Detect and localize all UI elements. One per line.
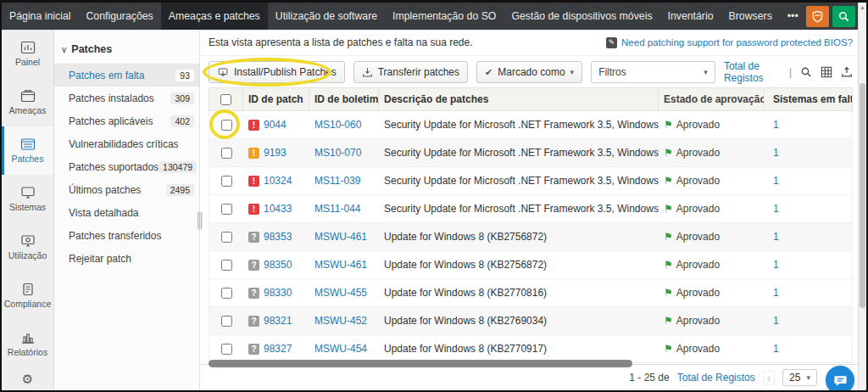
patch-id-link[interactable]: 98350 [264, 259, 292, 271]
patch-id-link[interactable]: 9193 [264, 147, 287, 159]
patch-id-link[interactable]: 98353 [264, 231, 292, 243]
column-chooser-icon[interactable] [821, 66, 832, 78]
header-bulletin-id[interactable]: ID de boletim [309, 88, 379, 110]
export-icon[interactable] [841, 66, 853, 78]
bulletin-id-link[interactable]: MS11-039 [314, 175, 360, 187]
row-checkbox[interactable] [221, 344, 232, 355]
bulletin-id-link[interactable]: MSWU-461 [314, 231, 367, 243]
nav-item[interactable]: ••• [780, 3, 806, 30]
row-checkbox[interactable] [221, 316, 232, 327]
marked-as-dropdown[interactable]: ✔ Marcado como ▾ [476, 61, 582, 83]
nav-item[interactable]: Ameaças e patches [161, 3, 268, 30]
row-checkbox[interactable] [221, 204, 232, 215]
submenu-item[interactable]: Patches suportados 130479 [54, 155, 199, 178]
shield-icon[interactable] [806, 6, 829, 27]
filters-dropdown[interactable]: Filtros ▾ [591, 61, 715, 83]
patch-id-link[interactable]: 10324 [264, 175, 292, 187]
missing-systems-cell: 1 [765, 231, 852, 243]
bulletin-id-link[interactable]: MSWU-452 [314, 315, 367, 327]
submenu-item[interactable]: Patches transferidos [54, 224, 199, 247]
table-row[interactable]: ? 98353 MSWU-461 Update for Windows 8 (K… [209, 223, 852, 251]
nav-item[interactable]: Configurações [78, 3, 160, 30]
horizontal-scrollbar[interactable] [209, 360, 632, 367]
install-publish-button[interactable]: Install/Publish Patches [209, 61, 345, 83]
sidebar-item-painel[interactable]: Painel [2, 30, 53, 78]
missing-systems-link[interactable]: 1 [773, 287, 779, 299]
submenu-item[interactable]: Vista detalhada [54, 201, 199, 224]
page-size-select[interactable]: 25 ▾ [782, 369, 817, 386]
patch-id-link[interactable]: 10433 [264, 203, 292, 215]
prev-page-icon[interactable]: ‹ [763, 371, 775, 385]
nav-item[interactable]: Página inicial [2, 3, 78, 30]
nav-item[interactable]: Gestão de dispositivos móveis [504, 3, 659, 30]
submenu-item[interactable]: Patches em falta 93 [54, 64, 199, 87]
row-checkbox[interactable] [221, 232, 232, 243]
patch-id-link[interactable]: 98327 [264, 343, 292, 355]
bulletin-id-link[interactable]: MSWU-461 [314, 259, 367, 271]
missing-systems-link[interactable]: 1 [773, 315, 779, 327]
missing-systems-link[interactable]: 1 [773, 203, 779, 215]
bulletin-id-link[interactable]: MSWU-455 [314, 287, 367, 299]
submenu-item[interactable]: Vulnerabilidades críticas [54, 132, 199, 155]
bulletin-id-cell: MSWU-452 [309, 315, 379, 327]
table-row[interactable]: ? 98330 MSWU-455 Update for Windows 8 (K… [209, 279, 852, 307]
settings-gear-icon[interactable]: ⚙ [2, 372, 53, 387]
sidebar-item-utilizacao[interactable]: Utilização [2, 223, 53, 272]
submenu-item[interactable]: Últimos patches 2495 [54, 178, 199, 201]
scroll-up-icon[interactable]: ▲ [859, 4, 866, 10]
missing-systems-link[interactable]: 1 [773, 231, 779, 243]
header-description[interactable]: Descrição de patches [379, 88, 659, 110]
patch-id-link[interactable]: 9044 [264, 119, 287, 131]
table-row[interactable]: ! 10324 MS11-039 Security Update for Mic… [209, 167, 852, 195]
bios-help-link[interactable]: ✎ Need patching support for password pro… [606, 37, 853, 48]
row-checkbox[interactable] [221, 288, 232, 299]
nav-item[interactable]: Implementação do SO [385, 3, 504, 30]
bulletin-id-link[interactable]: MS10-060 [314, 119, 361, 131]
submenu-item[interactable]: Rejeitar patch [54, 247, 199, 270]
pagination-total-link[interactable]: Total de Registos [677, 372, 755, 384]
table-search-icon[interactable] [800, 66, 812, 78]
submenu-item[interactable]: Patches instalados 309 [54, 87, 199, 109]
row-checkbox[interactable] [221, 176, 232, 187]
sidebar-item-ameacas[interactable]: Ameaças [2, 78, 53, 126]
total-records-link[interactable]: Total de Registos [724, 60, 781, 84]
search-icon[interactable] [832, 6, 855, 27]
bulletin-id-link[interactable]: MSWU-454 [314, 343, 367, 355]
sidebar-item-patches[interactable]: Patches [2, 126, 53, 175]
vertical-scrollbar[interactable]: ▲ [858, 3, 866, 390]
select-all-checkbox[interactable] [220, 94, 231, 105]
submenu-item[interactable]: Patches aplicáveis 402 [54, 109, 199, 132]
submenu-header[interactable]: ∨ Patches [54, 42, 199, 64]
missing-systems-link[interactable]: 1 [773, 147, 779, 159]
missing-systems-link[interactable]: 1 [773, 343, 779, 355]
nav-item[interactable]: Inventário [660, 3, 721, 30]
panel-resize-handle[interactable] [198, 212, 203, 229]
table-row[interactable]: ! 10433 MS11-044 Security Update for Mic… [209, 195, 852, 223]
scrollbar-thumb[interactable] [860, 83, 865, 308]
row-checkbox[interactable] [221, 148, 232, 159]
header-approval[interactable]: Estado de aprovação [659, 88, 765, 110]
chat-button[interactable] [826, 366, 854, 392]
nav-item[interactable]: Browsers [721, 3, 780, 30]
table-row[interactable]: ? 98321 MSWU-452 Update for Windows 8 (K… [209, 307, 852, 335]
table-row[interactable]: ! 9193 MS10-070 Security Update for Micr… [209, 139, 852, 167]
nav-item[interactable]: Utilização de software [268, 3, 385, 30]
header-patch-id[interactable]: ID de patch [243, 88, 309, 110]
table-row[interactable]: ? 98350 MSWU-461 Update for Windows 8 (K… [209, 251, 852, 279]
header-missing-systems[interactable]: Sistemas em falta [765, 88, 852, 110]
sidebar-item-compliance[interactable]: Compliance [2, 272, 53, 320]
sidebar-item-relatorios[interactable]: Relatórios [2, 320, 53, 368]
missing-systems-link[interactable]: 1 [773, 175, 779, 187]
sidebar-item-sistemas[interactable]: Sistemas [2, 175, 53, 223]
missing-systems-link[interactable]: 1 [773, 259, 779, 271]
bulletin-id-link[interactable]: MS10-070 [314, 147, 361, 159]
row-checkbox[interactable] [221, 120, 232, 131]
missing-systems-link[interactable]: 1 [773, 119, 779, 131]
patch-id-link[interactable]: 98330 [264, 287, 292, 299]
patch-id-cell: ? 98327 [243, 343, 309, 355]
bulletin-id-link[interactable]: MS11-044 [314, 203, 360, 215]
patch-id-link[interactable]: 98321 [264, 315, 292, 327]
download-patches-button[interactable]: Transferir patches [353, 61, 468, 83]
row-checkbox[interactable] [221, 260, 232, 271]
table-row[interactable]: ! 9044 MS10-060 Security Update for Micr… [209, 111, 852, 139]
